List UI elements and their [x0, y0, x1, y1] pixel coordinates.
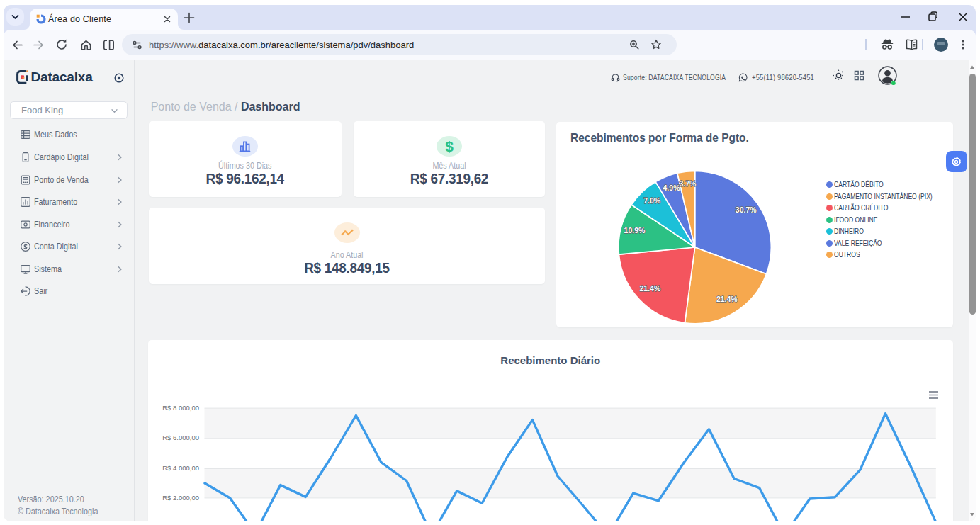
- svg-text:Datacaixa: Datacaixa: [30, 69, 93, 84]
